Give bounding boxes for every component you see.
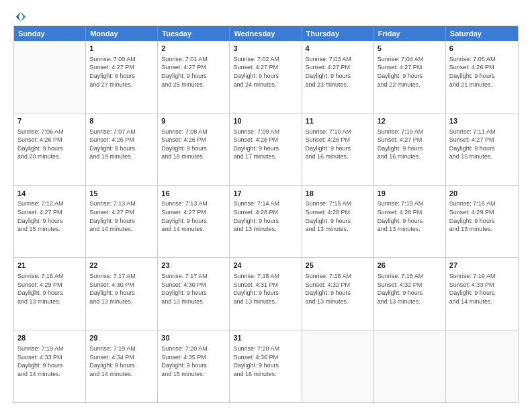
calendar-cell: 14Sunrise: 7:12 AM Sunset: 4:27 PM Dayli…	[14, 186, 86, 258]
day-number: 17	[233, 189, 298, 199]
calendar-cell	[446, 330, 518, 402]
calendar-cell: 17Sunrise: 7:14 AM Sunset: 4:28 PM Dayli…	[230, 186, 302, 258]
calendar-cell: 31Sunrise: 7:20 AM Sunset: 4:36 PM Dayli…	[230, 330, 302, 402]
day-info: Sunrise: 7:08 AM Sunset: 4:26 PM Dayligh…	[161, 128, 226, 161]
calendar-body: 1Sunrise: 7:00 AM Sunset: 4:27 PM Daylig…	[14, 41, 518, 402]
day-number: 9	[161, 116, 226, 126]
day-number: 15	[89, 189, 154, 199]
day-number: 28	[17, 333, 82, 343]
day-info: Sunrise: 7:10 AM Sunset: 4:26 PM Dayligh…	[306, 128, 370, 161]
day-info: Sunrise: 7:00 AM Sunset: 4:27 PM Dayligh…	[89, 55, 154, 89]
calendar-cell	[14, 41, 86, 113]
day-info: Sunrise: 7:17 AM Sunset: 4:30 PM Dayligh…	[161, 272, 226, 306]
svg-marker-0	[21, 12, 26, 21]
calendar-cell	[302, 330, 374, 402]
day-info: Sunrise: 7:04 AM Sunset: 4:27 PM Dayligh…	[378, 55, 442, 89]
day-info: Sunrise: 7:10 AM Sunset: 4:27 PM Dayligh…	[378, 128, 442, 161]
calendar-cell: 11Sunrise: 7:10 AM Sunset: 4:26 PM Dayli…	[302, 113, 374, 185]
day-number: 19	[378, 189, 442, 199]
svg-marker-1	[16, 12, 21, 21]
calendar-cell: 21Sunrise: 7:16 AM Sunset: 4:29 PM Dayli…	[14, 258, 86, 330]
calendar-row-2: 7Sunrise: 7:06 AM Sunset: 4:26 PM Daylig…	[14, 113, 518, 185]
day-info: Sunrise: 7:13 AM Sunset: 4:27 PM Dayligh…	[89, 199, 154, 233]
day-number: 18	[306, 189, 370, 199]
day-info: Sunrise: 7:05 AM Sunset: 4:26 PM Dayligh…	[449, 55, 515, 89]
day-info: Sunrise: 7:06 AM Sunset: 4:26 PM Dayligh…	[17, 128, 82, 161]
calendar-row-5: 28Sunrise: 7:19 AM Sunset: 4:33 PM Dayli…	[14, 330, 518, 402]
day-info: Sunrise: 7:09 AM Sunset: 4:26 PM Dayligh…	[233, 128, 298, 161]
day-info: Sunrise: 7:19 AM Sunset: 4:33 PM Dayligh…	[17, 345, 82, 378]
day-info: Sunrise: 7:07 AM Sunset: 4:26 PM Dayligh…	[89, 128, 154, 161]
day-info: Sunrise: 7:11 AM Sunset: 4:27 PM Dayligh…	[449, 128, 515, 161]
day-info: Sunrise: 7:19 AM Sunset: 4:34 PM Dayligh…	[89, 345, 154, 378]
calendar-cell: 23Sunrise: 7:17 AM Sunset: 4:30 PM Dayli…	[158, 258, 230, 330]
day-number: 20	[449, 189, 515, 199]
day-info: Sunrise: 7:18 AM Sunset: 4:31 PM Dayligh…	[233, 272, 298, 306]
calendar-cell: 13Sunrise: 7:11 AM Sunset: 4:27 PM Dayli…	[446, 113, 518, 185]
day-info: Sunrise: 7:18 AM Sunset: 4:32 PM Dayligh…	[378, 272, 442, 306]
day-number: 23	[161, 261, 226, 271]
day-info: Sunrise: 7:16 AM Sunset: 4:29 PM Dayligh…	[449, 199, 515, 233]
day-info: Sunrise: 7:18 AM Sunset: 4:32 PM Dayligh…	[306, 272, 370, 306]
day-info: Sunrise: 7:16 AM Sunset: 4:29 PM Dayligh…	[17, 272, 82, 306]
logo-text	[13, 11, 27, 23]
header-day-friday: Friday	[374, 26, 446, 41]
calendar-cell: 9Sunrise: 7:08 AM Sunset: 4:26 PM Daylig…	[158, 113, 230, 185]
calendar-row-4: 21Sunrise: 7:16 AM Sunset: 4:29 PM Dayli…	[14, 257, 518, 330]
page: SundayMondayTuesdayWednesdayThursdayFrid…	[0, 0, 532, 411]
day-number: 24	[233, 261, 298, 271]
calendar-cell: 1Sunrise: 7:00 AM Sunset: 4:27 PM Daylig…	[86, 41, 158, 113]
day-number: 25	[306, 261, 370, 271]
day-info: Sunrise: 7:20 AM Sunset: 4:35 PM Dayligh…	[161, 345, 226, 378]
day-number: 16	[161, 189, 226, 199]
calendar-cell: 26Sunrise: 7:18 AM Sunset: 4:32 PM Dayli…	[374, 258, 446, 330]
calendar-cell: 10Sunrise: 7:09 AM Sunset: 4:26 PM Dayli…	[230, 113, 302, 185]
day-info: Sunrise: 7:19 AM Sunset: 4:33 PM Dayligh…	[449, 272, 515, 306]
day-info: Sunrise: 7:12 AM Sunset: 4:27 PM Dayligh…	[17, 199, 82, 233]
calendar-cell: 19Sunrise: 7:15 AM Sunset: 4:28 PM Dayli…	[374, 186, 446, 258]
day-info: Sunrise: 7:14 AM Sunset: 4:28 PM Dayligh…	[233, 199, 298, 233]
day-number: 8	[89, 116, 154, 126]
calendar-cell: 4Sunrise: 7:03 AM Sunset: 4:27 PM Daylig…	[302, 41, 374, 113]
logo	[13, 11, 27, 20]
calendar-cell: 28Sunrise: 7:19 AM Sunset: 4:33 PM Dayli…	[14, 330, 86, 402]
header-day-sunday: Sunday	[14, 26, 86, 41]
calendar-cell: 5Sunrise: 7:04 AM Sunset: 4:27 PM Daylig…	[374, 41, 446, 113]
header-day-saturday: Saturday	[446, 26, 518, 41]
day-info: Sunrise: 7:02 AM Sunset: 4:27 PM Dayligh…	[233, 55, 298, 89]
day-number: 6	[449, 44, 515, 54]
calendar-row-3: 14Sunrise: 7:12 AM Sunset: 4:27 PM Dayli…	[14, 185, 518, 258]
header-day-thursday: Thursday	[302, 26, 374, 41]
day-info: Sunrise: 7:13 AM Sunset: 4:27 PM Dayligh…	[161, 199, 226, 233]
calendar-cell: 3Sunrise: 7:02 AM Sunset: 4:27 PM Daylig…	[230, 41, 302, 113]
calendar-cell: 6Sunrise: 7:05 AM Sunset: 4:26 PM Daylig…	[446, 41, 518, 113]
day-number: 21	[17, 261, 82, 271]
day-number: 31	[233, 333, 298, 343]
day-number: 30	[161, 333, 226, 343]
calendar-cell: 27Sunrise: 7:19 AM Sunset: 4:33 PM Dayli…	[446, 258, 518, 330]
day-info: Sunrise: 7:03 AM Sunset: 4:27 PM Dayligh…	[306, 55, 370, 89]
calendar-cell: 22Sunrise: 7:17 AM Sunset: 4:30 PM Dayli…	[86, 258, 158, 330]
day-info: Sunrise: 7:17 AM Sunset: 4:30 PM Dayligh…	[89, 272, 154, 306]
calendar-header: SundayMondayTuesdayWednesdayThursdayFrid…	[14, 26, 518, 41]
calendar: SundayMondayTuesdayWednesdayThursdayFrid…	[13, 26, 519, 403]
calendar-cell: 29Sunrise: 7:19 AM Sunset: 4:34 PM Dayli…	[86, 330, 158, 402]
day-info: Sunrise: 7:01 AM Sunset: 4:27 PM Dayligh…	[161, 55, 226, 89]
day-number: 11	[306, 116, 370, 126]
day-number: 10	[233, 116, 298, 126]
calendar-cell: 25Sunrise: 7:18 AM Sunset: 4:32 PM Dayli…	[302, 258, 374, 330]
day-number: 4	[306, 44, 370, 54]
calendar-cell: 30Sunrise: 7:20 AM Sunset: 4:35 PM Dayli…	[158, 330, 230, 402]
header-day-tuesday: Tuesday	[158, 26, 230, 41]
header-day-wednesday: Wednesday	[230, 26, 302, 41]
day-number: 5	[378, 44, 442, 54]
day-number: 2	[161, 44, 226, 54]
day-number: 26	[378, 261, 442, 271]
day-info: Sunrise: 7:15 AM Sunset: 4:28 PM Dayligh…	[378, 199, 442, 233]
calendar-cell: 18Sunrise: 7:15 AM Sunset: 4:28 PM Dayli…	[302, 186, 374, 258]
day-info: Sunrise: 7:20 AM Sunset: 4:36 PM Dayligh…	[233, 345, 298, 378]
day-number: 14	[17, 189, 82, 199]
day-number: 29	[89, 333, 154, 343]
calendar-cell: 24Sunrise: 7:18 AM Sunset: 4:31 PM Dayli…	[230, 258, 302, 330]
calendar-row-1: 1Sunrise: 7:00 AM Sunset: 4:27 PM Daylig…	[14, 41, 518, 113]
